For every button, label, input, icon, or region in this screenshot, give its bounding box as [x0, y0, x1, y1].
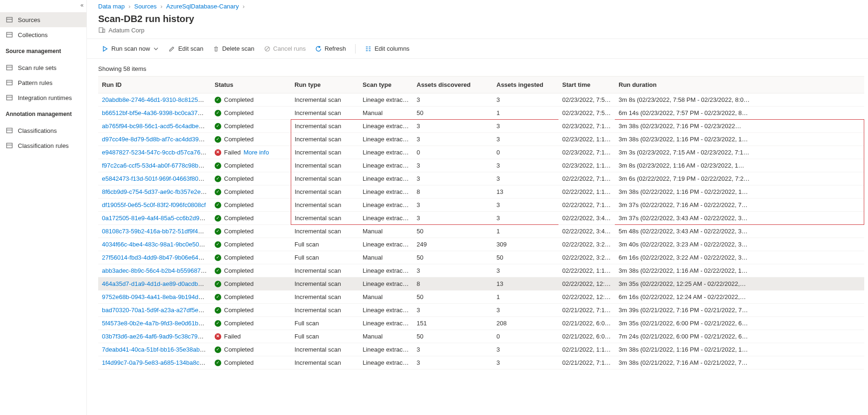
cell-scan-type: Manual: [359, 291, 413, 304]
run-id-link[interactable]: 5f4573e8-0b2e-4a7b-9fd3-8e0d61be6d30: [102, 320, 211, 327]
collapse-sidebar-icon[interactable]: «: [80, 2, 84, 8]
run-id-link[interactable]: f97c2ca6-ccf5-53d4-ab0f-6778c98bac37: [102, 162, 211, 169]
table-row[interactable]: 20abdb8e-2746-46d1-9310-8c812571d47f✓Com…: [98, 93, 864, 107]
run-id-link[interactable]: abb3adec-8b9c-56c4-b2b4-b559687b52b8: [102, 267, 211, 274]
cell-start: 02/22/2022, 3:43 A…: [558, 225, 615, 238]
columns-icon: [365, 46, 372, 52]
table-row[interactable]: 9752e68b-0943-4a41-8eba-9b194d6b723c✓Com…: [98, 291, 864, 304]
table-row[interactable]: 8f6cb9d9-c754-5d37-ae9c-fb357e2e1978✓Com…: [98, 185, 864, 199]
table-row[interactable]: 1f4d99c7-0a79-5e83-a685-134ba8cc6744✓Com…: [98, 356, 864, 369]
table-row[interactable]: 27f56014-fbd3-4dd9-8b47-9b06e649aba4✓Com…: [98, 251, 864, 264]
table-row[interactable]: abb3adec-8b9c-56c4-b2b4-b559687b52b8✓Com…: [98, 264, 864, 277]
breadcrumb-data-map[interactable]: Data map: [98, 3, 124, 10]
run-id-link[interactable]: 8f6cb9d9-c754-5d37-ae9c-fb357e2e1978: [102, 188, 211, 195]
col-run-type[interactable]: Run type: [291, 77, 359, 93]
table-row[interactable]: df19055f-0e65-5c0f-83f2-f096fc0808cf✓Com…: [98, 199, 864, 212]
run-id-link[interactable]: 03b7f3d6-ae26-4af6-9ad9-5c38c7938ebf: [102, 333, 211, 340]
col-ingested[interactable]: Assets ingested: [493, 77, 558, 93]
table-row[interactable]: 0a172505-81e9-4af4-85a5-cc6b2d908379✓Com…: [98, 212, 864, 225]
run-id-link[interactable]: 9752e68b-0943-4a41-8eba-9b194d6b723c: [102, 293, 211, 300]
run-id-link[interactable]: b66512bf-bf5e-4a36-9398-bc0ca378fcf2: [102, 109, 211, 116]
run-scan-button[interactable]: Run scan now: [98, 41, 163, 56]
breadcrumb: Data map › Sources › AzureSqlDatabase-Ca…: [87, 0, 868, 10]
col-run-id[interactable]: Run ID: [98, 77, 211, 93]
sidebar-item[interactable]: Collections: [0, 27, 86, 42]
run-id-link[interactable]: 20abdb8e-2746-46d1-9310-8c812571d47f: [102, 96, 211, 103]
run-id-link[interactable]: 0a172505-81e9-4af4-85a5-cc6b2d908379: [102, 215, 211, 222]
run-id-link[interactable]: ab765f94-bc98-56c1-acd5-6c4adbe11851: [102, 123, 211, 130]
col-scan-type[interactable]: Scan type: [359, 77, 413, 93]
run-id-link[interactable]: df19055f-0e65-5c0f-83f2-f096fc0808cf: [102, 201, 206, 208]
table-row[interactable]: 4034f66c-4be4-483c-98a1-9bc0e505c04f✓Com…: [98, 238, 864, 251]
cell-scan-type: Lineage extraction: [359, 264, 413, 277]
cell-discovered: 50: [413, 291, 493, 304]
edit-scan-button[interactable]: Edit scan: [165, 41, 207, 56]
sidebar-item[interactable]: Sources: [0, 12, 86, 27]
sidebar-item[interactable]: Classifications: [0, 123, 86, 138]
cancel-icon: [264, 46, 271, 52]
sidebar-item[interactable]: Pattern rules: [0, 75, 86, 90]
cell-run-id: 0a172505-81e9-4af4-85a5-cc6b2d908379: [98, 212, 211, 225]
run-id-link[interactable]: 1f4d99c7-0a79-5e83-a685-134ba8cc6744: [102, 359, 211, 366]
table-row[interactable]: 464a35d7-d1a9-4d1d-ae89-d0acdb66da1d✓Com…: [98, 277, 864, 291]
col-start[interactable]: Start time: [558, 77, 615, 93]
run-id-link[interactable]: 464a35d7-d1a9-4d1d-ae89-d0acdb66da1d: [102, 280, 211, 287]
table-row[interactable]: e5842473-f13d-501f-969f-04663f804bc0✓Com…: [98, 172, 864, 185]
run-id-link[interactable]: e9487827-5234-547c-9ccb-d57ca769e94f: [102, 149, 211, 156]
success-icon: ✓: [215, 189, 221, 195]
cell-status: ✓Completed: [211, 343, 291, 356]
cell-run-id: bad70320-70a1-5d9f-a23a-a27df5e151ad: [98, 304, 211, 317]
cell-duration: 7m 24s (02/21/2022, 6:00 PM - 02/21/2022…: [615, 330, 864, 343]
table-row[interactable]: bad70320-70a1-5d9f-a23a-a27df5e151ad✓Com…: [98, 304, 864, 317]
col-duration[interactable]: Run duration: [615, 77, 864, 93]
cell-ingested: 3: [493, 304, 558, 317]
sidebar-item[interactable]: Classification rules: [0, 138, 86, 153]
cell-discovered: 3: [413, 133, 493, 146]
more-info-link[interactable]: More info: [243, 149, 269, 156]
refresh-button[interactable]: Refresh: [311, 41, 350, 56]
table-row[interactable]: d97cc49e-8d79-5d8b-af7c-ac4dd3961ebb✓Com…: [98, 133, 864, 146]
table-row[interactable]: 5f4573e8-0b2e-4a7b-9fd3-8e0d61be6d30✓Com…: [98, 317, 864, 330]
table-row[interactable]: f97c2ca6-ccf5-53d4-ab0f-6778c98bac37✓Com…: [98, 159, 864, 172]
table-row[interactable]: e9487827-5234-547c-9ccb-d57ca769e94f✕Fai…: [98, 146, 864, 159]
table-row[interactable]: b66512bf-bf5e-4a36-9398-bc0ca378fcf2✓Com…: [98, 107, 864, 120]
run-id-link[interactable]: 4034f66c-4be4-483c-98a1-9bc0e505c04f: [102, 241, 211, 248]
success-icon: ✓: [215, 360, 221, 366]
run-id-link[interactable]: 08108c73-59b2-416a-bb72-51df9f43779a: [102, 228, 211, 235]
cell-duration: 6m 14s (02/23/2022, 7:57 PM - 02/23/2022…: [615, 107, 864, 120]
delete-icon: [213, 46, 219, 52]
table-row[interactable]: 7deabd41-40ca-51bf-bb16-35e38abf30e0✓Com…: [98, 343, 864, 356]
status-text: Completed: [224, 346, 254, 353]
table-row[interactable]: ab765f94-bc98-56c1-acd5-6c4adbe11851✓Com…: [98, 120, 864, 133]
success-icon: ✓: [215, 346, 221, 353]
toolbar-divider: [355, 44, 356, 54]
run-id-link[interactable]: 7deabd41-40ca-51bf-bb16-35e38abf30e0: [102, 346, 211, 353]
cell-scan-type: Manual: [359, 330, 413, 343]
svg-rect-15: [103, 29, 105, 32]
table-row[interactable]: 08108c73-59b2-416a-bb72-51df9f43779a✓Com…: [98, 225, 864, 238]
edit-columns-button[interactable]: Edit columns: [361, 41, 413, 56]
cell-scan-type: Lineage extraction: [359, 93, 413, 107]
delete-scan-button[interactable]: Delete scan: [209, 41, 258, 56]
toolbar: Run scan now Edit scan Delete scan Cance…: [87, 39, 868, 59]
cell-discovered: 50: [413, 225, 493, 238]
run-id-link[interactable]: 27f56014-fbd3-4dd9-8b47-9b06e649aba4: [102, 254, 211, 261]
col-status[interactable]: Status: [211, 77, 291, 93]
cell-scan-type: Lineage extraction: [359, 133, 413, 146]
cell-run-id: d97cc49e-8d79-5d8b-af7c-ac4dd3961ebb: [98, 133, 211, 146]
run-id-link[interactable]: e5842473-f13d-501f-969f-04663f804bc0: [102, 175, 211, 182]
cell-start: 02/21/2022, 6:00 PM: [558, 330, 615, 343]
cell-duration: 3m 6s (02/22/2022, 7:19 PM - 02/22/2022,…: [615, 172, 864, 185]
run-id-link[interactable]: bad70320-70a1-5d9f-a23a-a27df5e151ad: [102, 307, 211, 314]
cell-scan-type: Lineage extraction: [359, 172, 413, 185]
cell-scan-type: Lineage extraction: [359, 277, 413, 291]
sidebar-item[interactable]: Scan rule sets: [0, 60, 86, 75]
breadcrumb-datasource[interactable]: AzureSqlDatabase-Canary: [166, 3, 239, 10]
sidebar-item[interactable]: Integration runtimes: [0, 90, 86, 105]
cell-status: ✓Completed: [211, 212, 291, 225]
cell-ingested: 3: [493, 120, 558, 133]
col-discovered[interactable]: Assets discovered: [413, 77, 493, 93]
breadcrumb-sources[interactable]: Sources: [134, 3, 157, 10]
run-id-link[interactable]: d97cc49e-8d79-5d8b-af7c-ac4dd3961ebb: [102, 136, 211, 143]
table-row[interactable]: 03b7f3d6-ae26-4af6-9ad9-5c38c7938ebf✕Fai…: [98, 330, 864, 343]
